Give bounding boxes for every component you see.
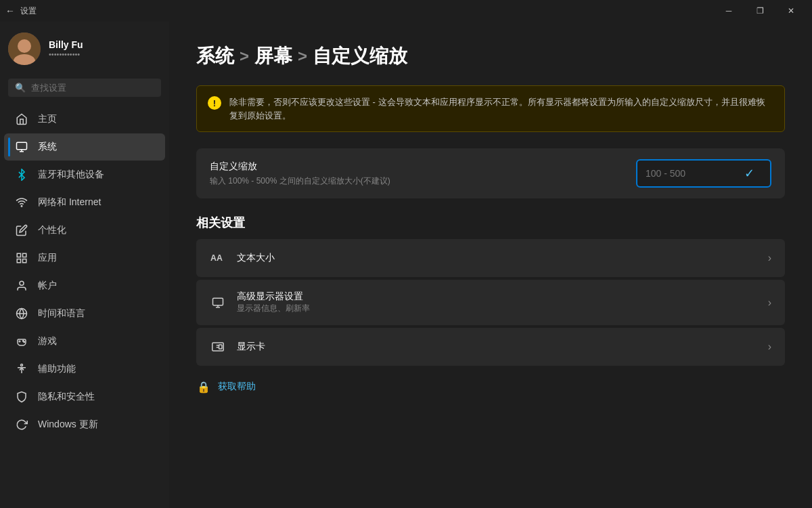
help-link[interactable]: 获取帮助 [218, 381, 256, 393]
content-area: 系统 > 屏幕 > 自定义缩放 ! 除非需要，否则不应该更改这些设置 - 这会导… [169, 22, 812, 508]
titlebar-controls: ─ ❐ ✕ [713, 0, 807, 22]
related-item-title-2: 显示卡 [237, 341, 265, 353]
warning-icon: ! [208, 96, 221, 110]
nav-label-accessibility: 辅助功能 [38, 363, 76, 375]
sidebar-item-accessibility[interactable]: 辅助功能 [4, 356, 165, 383]
nav-label-apps: 应用 [38, 252, 57, 264]
scale-input-wrap[interactable]: ✓ [636, 159, 771, 188]
sidebar-item-personalization[interactable]: 个性化 [4, 217, 165, 244]
scale-input[interactable] [646, 168, 734, 179]
related-item-text-0: 文本大小 [237, 252, 275, 264]
related-item-chevron-0: › [768, 252, 771, 264]
related-item-left-0: AA 文本大小 [210, 250, 275, 266]
restore-button[interactable]: ❐ [744, 0, 775, 22]
nav-icon-bluetooth [15, 168, 28, 182]
breadcrumb-screen: 屏幕 [254, 43, 292, 69]
sidebar-item-home[interactable]: 主页 [4, 106, 165, 133]
sidebar-item-accounts[interactable]: 帐户 [4, 272, 165, 299]
main-layout: Billy Fu •••••••••••• 🔍 主页 系统 蓝牙和其他设备 网络… [0, 22, 812, 508]
nav-icon-accounts [15, 279, 28, 293]
nav-icon-privacy [15, 390, 28, 404]
user-email: •••••••••••• [49, 50, 83, 58]
sidebar-item-gaming[interactable]: 游戏 [4, 328, 165, 355]
scale-confirm-button[interactable]: ✓ [739, 162, 760, 185]
related-item-title-0: 文本大小 [237, 252, 275, 264]
titlebar: ← 设置 ─ ❐ ✕ [0, 0, 812, 22]
svg-rect-3 [17, 142, 27, 150]
related-item-2[interactable]: 显示卡 › [196, 328, 785, 366]
user-name: Billy Fu [49, 39, 83, 50]
help-section: 🔒 获取帮助 [196, 379, 785, 394]
svg-rect-7 [17, 253, 20, 257]
help-icon: 🔒 [196, 379, 211, 394]
svg-point-18 [21, 364, 23, 366]
search-box[interactable]: 🔍 [8, 79, 161, 97]
nav-label-bluetooth: 蓝牙和其他设备 [38, 169, 104, 181]
svg-rect-20 [213, 298, 223, 305]
nav-label-privacy: 隐私和安全性 [38, 391, 95, 403]
nav-label-personalization: 个性化 [38, 224, 66, 236]
search-icon: 🔍 [15, 83, 26, 93]
sidebar-item-system[interactable]: 系统 [4, 133, 165, 161]
related-item-1[interactable]: 高级显示器设置 显示器信息、刷新率 › [196, 280, 785, 325]
svg-rect-24 [219, 345, 223, 349]
svg-text:AA: AA [210, 253, 223, 263]
related-item-text-1: 高级显示器设置 显示器信息、刷新率 [237, 291, 310, 314]
close-button[interactable]: ✕ [775, 0, 807, 22]
avatar [8, 33, 41, 65]
warning-box: ! 除非需要，否则不应该更改这些设置 - 这会导致文本和应用程序显示不正常。所有… [196, 85, 785, 132]
titlebar-title: 设置 [20, 5, 37, 17]
sidebar: Billy Fu •••••••••••• 🔍 主页 系统 蓝牙和其他设备 网络… [0, 22, 169, 508]
related-item-text-2: 显示卡 [237, 341, 265, 353]
svg-rect-10 [23, 259, 26, 263]
nav-label-time: 时间和语言 [38, 308, 85, 320]
nav-icon-windows_update [15, 418, 28, 431]
search-input[interactable] [31, 83, 154, 93]
related-item-chevron-1: › [768, 297, 771, 309]
nav-icon-gaming [15, 335, 28, 348]
related-item-0[interactable]: AA 文本大小 › [196, 239, 785, 277]
related-item-title-1: 高级显示器设置 [237, 291, 310, 303]
breadcrumb-sep-2: > [298, 47, 307, 66]
sidebar-item-apps[interactable]: 应用 [4, 245, 165, 272]
svg-point-17 [24, 341, 25, 343]
nav-list: 主页 系统 蓝牙和其他设备 网络和 Internet 个性化 应用 帐户 [0, 105, 169, 439]
sidebar-item-network[interactable]: 网络和 Internet [4, 189, 165, 216]
nav-label-windows_update: Windows 更新 [38, 419, 98, 431]
related-list: AA 文本大小 › 高级显示器设置 显示器信息、刷新率 › 显示卡 [196, 239, 785, 366]
scale-title: 自定义缩放 [210, 161, 390, 173]
scale-subtitle: 输入 100% - 500% 之间的自定义缩放大小(不建议) [210, 175, 390, 187]
nav-icon-accessibility [15, 362, 28, 376]
related-item-icon-1 [210, 295, 226, 311]
related-item-icon-2 [210, 339, 226, 355]
nav-icon-personalization [15, 224, 28, 237]
nav-icon-network [15, 196, 28, 209]
sidebar-item-bluetooth[interactable]: 蓝牙和其他设备 [4, 161, 165, 188]
user-info: Billy Fu •••••••••••• [49, 39, 83, 58]
nav-label-system: 系统 [38, 141, 57, 153]
nav-icon-time [15, 307, 28, 320]
sidebar-item-time[interactable]: 时间和语言 [4, 300, 165, 327]
svg-rect-8 [23, 253, 26, 257]
svg-point-11 [20, 281, 24, 285]
related-item-left-2: 显示卡 [210, 339, 265, 355]
user-section[interactable]: Billy Fu •••••••••••• [0, 22, 169, 76]
related-settings-title: 相关设置 [196, 215, 785, 231]
scale-section: 自定义缩放 输入 100% - 500% 之间的自定义缩放大小(不建议) ✓ [196, 148, 785, 198]
svg-point-1 [18, 39, 31, 53]
nav-icon-system [15, 140, 28, 154]
nav-label-network: 网络和 Internet [38, 196, 101, 209]
back-button[interactable]: ← [5, 5, 15, 16]
nav-icon-home [15, 112, 28, 126]
related-item-left-1: 高级显示器设置 显示器信息、刷新率 [210, 291, 310, 314]
breadcrumb-custom-scale: 自定义缩放 [313, 43, 407, 69]
sidebar-item-windows_update[interactable]: Windows 更新 [4, 411, 165, 438]
svg-point-6 [21, 206, 22, 207]
breadcrumb: 系统 > 屏幕 > 自定义缩放 [196, 43, 785, 69]
related-item-icon-0: AA [210, 250, 226, 266]
related-item-chevron-2: › [768, 341, 771, 353]
related-item-subtitle-1: 显示器信息、刷新率 [237, 303, 310, 314]
sidebar-item-privacy[interactable]: 隐私和安全性 [4, 383, 165, 410]
nav-label-accounts: 帐户 [38, 280, 57, 292]
minimize-button[interactable]: ─ [713, 0, 744, 22]
